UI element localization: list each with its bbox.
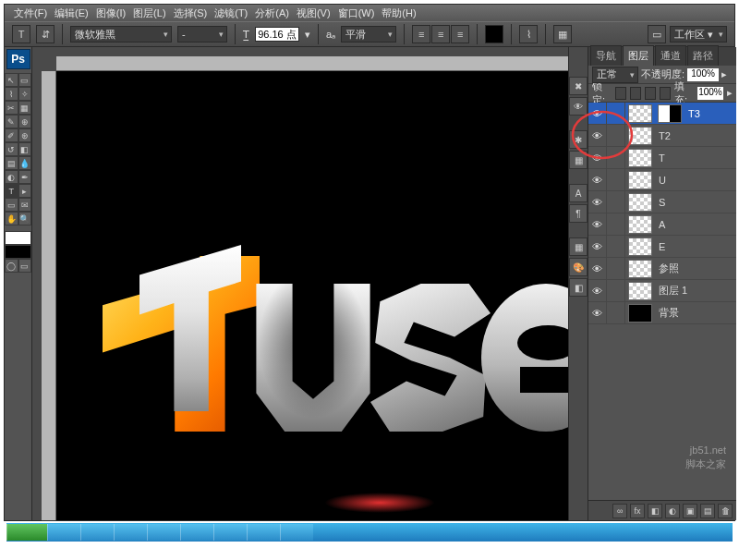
history-brush-tool[interactable]: ↺ (5, 142, 18, 156)
taskbar-item[interactable] (114, 524, 147, 541)
notes-tool[interactable]: ✉ (18, 198, 32, 212)
eraser-tool[interactable]: ◧ (18, 142, 32, 156)
brushes-icon[interactable]: 👁 (569, 97, 588, 116)
lock-transparency[interactable] (615, 87, 626, 100)
lock-pixels[interactable] (630, 87, 641, 100)
visibility-toggle[interactable]: 👁 (588, 280, 607, 301)
menu-select[interactable]: 选择(S) (170, 5, 212, 21)
taskbar-item[interactable] (80, 524, 114, 541)
layer-mask-button[interactable]: ◧ (648, 504, 662, 518)
swatches-icon[interactable]: ▦ (569, 237, 588, 256)
link-cell[interactable] (607, 169, 625, 190)
move-tool[interactable]: ↖ (5, 73, 18, 87)
taskbar-item[interactable] (213, 524, 247, 541)
document-canvas[interactable] (56, 71, 568, 520)
arrow-right-icon[interactable]: ▸ (721, 68, 727, 80)
layer-row[interactable]: 👁图层 1 (588, 280, 736, 302)
menu-filter[interactable]: 滤镜(T) (211, 5, 251, 21)
layer-thumbnail[interactable] (628, 193, 652, 212)
link-cell[interactable] (607, 103, 625, 124)
paragraph-icon[interactable]: ¶ (569, 204, 588, 223)
blend-mode-dropdown[interactable]: 正常 (592, 67, 638, 83)
menu-analysis[interactable]: 分析(A) (251, 5, 293, 21)
layer-style-button[interactable]: fx (630, 504, 645, 518)
layer-thumbnail[interactable] (628, 171, 652, 189)
warp-text-button[interactable]: ⌇ (519, 25, 538, 43)
visibility-toggle[interactable]: 👁 (588, 236, 607, 257)
layer-row[interactable]: 👁背景 (588, 302, 736, 324)
layer-thumbnail[interactable] (628, 127, 652, 145)
lock-all[interactable] (660, 87, 671, 100)
new-layer-button[interactable]: ▤ (700, 504, 715, 518)
ruler-horizontal[interactable] (56, 56, 568, 71)
font-size-field[interactable]: 96.16 点 (255, 27, 299, 42)
align-center-button[interactable]: ≡ (431, 25, 450, 43)
group-button[interactable]: ▣ (683, 504, 697, 518)
marquee-tool[interactable]: ▭ (18, 73, 32, 87)
hand-tool[interactable]: ✋ (5, 212, 18, 225)
link-cell[interactable] (607, 213, 625, 235)
text-color-swatch[interactable] (485, 25, 503, 43)
screen-mode-button[interactable]: ▭ (648, 25, 666, 43)
crop-tool[interactable]: ✂ (5, 101, 18, 115)
menu-view[interactable]: 视图(V) (293, 5, 334, 21)
layer-thumbnail[interactable] (628, 215, 652, 234)
styles-icon[interactable]: ◧ (569, 278, 588, 297)
layer-thumbnail[interactable] (628, 237, 652, 256)
visibility-toggle[interactable]: 👁 (588, 191, 607, 213)
taskbar-item[interactable] (147, 524, 180, 541)
layer-row[interactable]: 👁T2 (588, 125, 736, 147)
text-orientation-button[interactable]: ⇵ (36, 25, 55, 43)
layer-thumbnail[interactable] (628, 304, 652, 323)
taskbar-item[interactable] (280, 524, 313, 541)
tab-layers[interactable]: 图层 (623, 45, 654, 66)
link-cell[interactable] (607, 125, 625, 146)
visibility-toggle[interactable]: 👁 (588, 103, 607, 124)
arrow-right-icon[interactable]: ▸ (727, 87, 733, 99)
character-panel-button[interactable]: ▦ (553, 25, 572, 43)
ruler-vertical[interactable] (42, 71, 56, 520)
visibility-toggle[interactable]: 👁 (588, 213, 607, 235)
eyedropper-tool[interactable]: ✎ (5, 115, 18, 128)
link-cell[interactable] (607, 191, 625, 213)
align-left-button[interactable]: ≡ (412, 25, 430, 43)
dodge-tool[interactable]: ◐ (5, 170, 18, 184)
layer-row[interactable]: 👁S (588, 191, 736, 213)
visibility-toggle[interactable]: 👁 (588, 169, 607, 190)
align-right-button[interactable]: ≡ (451, 25, 469, 43)
gradient-tool[interactable]: ▤ (5, 156, 18, 170)
layer-thumbnail[interactable] (628, 260, 652, 278)
start-button[interactable] (6, 524, 47, 541)
taskbar-item[interactable] (180, 524, 213, 541)
visibility-toggle[interactable]: 👁 (588, 302, 607, 323)
screenmode-toggle[interactable]: ▭ (18, 259, 32, 273)
menu-image[interactable]: 图像(I) (92, 5, 129, 21)
visibility-toggle[interactable]: 👁 (588, 258, 607, 279)
brush-tool[interactable]: ✐ (5, 128, 18, 142)
slice-tool[interactable]: ▦ (18, 101, 32, 115)
path-select-tool[interactable]: ▸ (18, 184, 32, 198)
color-icon[interactable]: 🎨 (569, 258, 588, 276)
actions-icon[interactable]: ▦ (569, 151, 588, 169)
blur-tool[interactable]: 💧 (18, 156, 32, 170)
menu-help[interactable]: 帮助(H) (378, 5, 419, 21)
layer-row[interactable]: 👁参照 (588, 258, 736, 280)
quickmask-toggle[interactable]: ◯ (5, 259, 18, 273)
tab-paths[interactable]: 路径 (687, 45, 719, 66)
character-icon[interactable]: A (569, 184, 588, 202)
heal-tool[interactable]: ⊕ (18, 115, 32, 128)
link-cell[interactable] (607, 147, 625, 168)
font-family-dropdown[interactable]: 微软雅黑 (70, 26, 172, 43)
lock-position[interactable] (645, 87, 656, 100)
layer-thumbnail[interactable] (628, 104, 652, 123)
background-color[interactable] (5, 245, 31, 259)
menu-layer[interactable]: 图层(L) (129, 5, 169, 21)
adjustment-layer-button[interactable]: ◐ (665, 504, 680, 518)
type-tool[interactable]: T (5, 184, 18, 198)
stamp-tool[interactable]: ⊛ (18, 128, 32, 142)
link-cell[interactable] (607, 258, 625, 279)
visibility-toggle[interactable]: 👁 (588, 125, 607, 146)
layer-row[interactable]: 👁E (588, 236, 736, 258)
layer-mask-thumbnail[interactable] (658, 104, 682, 123)
taskbar-item[interactable] (247, 524, 280, 541)
